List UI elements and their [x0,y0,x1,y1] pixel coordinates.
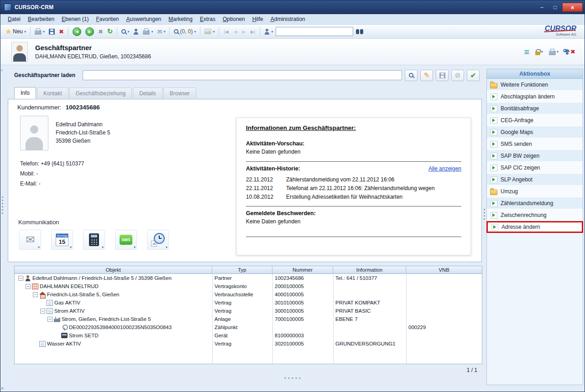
print-list-button[interactable]: ▾ [141,26,154,37]
menu-item[interactable]: Administration [267,15,309,24]
table-row[interactable]: DAHLMANN EDELTRUD Vertragskonto 20001000… [15,282,482,290]
action-item[interactable]: Weitere Funktionen [487,79,583,91]
cancel-button[interactable]: ⊘ [451,70,464,81]
confirm-button[interactable]: ✔ [467,70,480,81]
table-row[interactable]: Edeltrud Dahlmann / Friedrich-List-Straß… [15,274,482,282]
menu-item[interactable]: Datei [4,15,24,24]
menu-icon[interactable]: ≡ [524,48,529,56]
action-item[interactable]: SAP CIC zeigen [487,162,583,174]
column-header[interactable]: Objekt [15,266,212,273]
tree-expander-icon[interactable] [33,292,38,297]
action-item[interactable]: Abschlagsplan ändern [487,91,583,103]
action-item[interactable]: Bonitätsabfrage [487,103,583,114]
reminder-action-button[interactable]: 15 ▾ [147,230,169,250]
nav-next-button[interactable]: ▶ [240,29,247,34]
menu-item[interactable]: Auswertungen [123,15,165,24]
email-action-button[interactable]: ✉▾ [19,230,41,250]
find-button[interactable] [355,26,365,37]
collapse-left-bottom-icon[interactable]: « [1,385,4,391]
cell-typ: Gerät [212,331,272,340]
menu-item[interactable]: Bearbeiten [24,15,58,24]
splitter-handle[interactable] [484,209,485,220]
print-button[interactable]: ▾ [33,26,46,37]
menu-item[interactable]: Marketing [165,15,196,24]
column-header[interactable]: VNB [406,266,482,273]
table-row[interactable]: Gas AKTIV Vertrag 3010100005 PRIVAT KOMP… [15,299,482,307]
tab[interactable]: Kontakt [37,88,68,98]
action-item[interactable]: Umzug [487,186,583,197]
action-item[interactable]: Adresse ändern [486,221,583,233]
action-item[interactable]: SLP Angebot [487,174,583,186]
partner-load-input[interactable] [83,70,402,80]
search-button[interactable] [405,70,418,81]
column-header[interactable]: Nummer [272,266,333,273]
table-row[interactable]: Friedrich-List-Straße 5, Gießen Verbrauc… [15,290,482,299]
table-row[interactable]: Strom SETD Gerät 8100000003 [15,331,482,340]
search-settings-button[interactable]: ▾ [120,26,131,37]
bottom-splitter-handle[interactable] [285,377,301,379]
phone-action-button[interactable]: ▾ [83,230,105,250]
sms-action-button[interactable]: SMS▾ [115,230,137,250]
back-button[interactable]: ◀ [71,26,83,37]
person-search-button[interactable] [132,26,140,37]
close-record-button[interactable]: ✖ [570,48,575,55]
table-row[interactable]: DE0002293539840001000235N5035O0843 Zählp… [15,323,482,331]
save-record-button[interactable] [436,70,449,81]
action-item[interactable]: CEG-Anfrage [487,114,583,126]
image-button[interactable]: ▾ [203,26,216,37]
delete-button[interactable]: ✖ [57,26,65,37]
refresh-button[interactable]: ↻ [106,26,115,37]
column-header[interactable]: Typ [212,266,272,273]
close-button[interactable]: × [562,3,583,12]
check-icon: ✔ [470,71,476,80]
left-collapse-rail[interactable]: ‹ « [0,65,5,392]
tree-expander-icon[interactable] [40,309,45,314]
action-item[interactable]: SMS senden [487,138,583,150]
tab[interactable]: Details [133,88,162,98]
vertical-splitter[interactable] [483,65,486,392]
tab[interactable]: Info [14,87,36,99]
send-mail-button[interactable]: ✉▾ [156,26,167,37]
nav-first-button[interactable]: |◀ [222,29,230,34]
collapse-left-icon[interactable]: ‹ [1,67,3,72]
table-row[interactable]: Wasser AKTIV Vertrag 3020100005 GRUNDVER… [15,340,482,348]
appointment-action-button[interactable]: Sonntag 15 ▾ [51,230,73,250]
tree-expander-icon[interactable] [26,284,31,289]
minimize-button[interactable]: – [536,3,548,12]
action-item[interactable]: Zwischenrechnung [487,209,583,221]
table-row[interactable]: Strom, Gießen, Friedrich-List-Straße 5 A… [15,315,482,323]
tree-expander-icon[interactable] [47,317,52,322]
abort-button[interactable]: ✖ [97,26,104,37]
forward-button[interactable]: ▶ [84,26,95,37]
header-print-button[interactable]: ▾ [549,49,559,55]
column-header[interactable]: Information [333,266,406,273]
table-row[interactable]: Strom AKTIV Vertrag 3000100005 PRIVAT BA… [15,307,482,315]
action-item[interactable]: Zählerstandsmeldung [487,197,583,209]
menu-item[interactable]: Hilfe [249,15,267,24]
maximize-button[interactable]: □ [549,3,561,12]
menu-item[interactable]: Ebenen (1) [58,15,92,24]
person-lookup-button[interactable]: ▾ [263,26,274,37]
left-splitter-handle[interactable] [2,196,3,214]
menu-item[interactable]: Favoriten [92,15,122,24]
tab[interactable]: Geschäftsbeziehung [69,88,132,98]
save-button[interactable] [47,26,56,37]
edit-button[interactable]: ✎ [420,70,433,81]
menu-item[interactable]: Extras [196,15,219,24]
quick-search-input[interactable] [276,27,353,36]
action-item[interactable]: SAP BW zeigen [487,150,583,162]
nav-last-button[interactable]: ▶| [249,29,257,34]
action-item[interactable]: Google Maps [487,126,583,138]
lock-button[interactable]: ▾ [535,49,543,55]
nav-prev-button[interactable]: ◀ [232,29,239,34]
action-icon [490,129,497,135]
toolbar-separator [30,27,31,36]
divider [246,237,461,237]
zoom-button[interactable]: (0, 0)▾ [172,26,197,37]
tree-expander-icon[interactable] [18,276,23,281]
partner-info-panel: Informationen zum Geschäftspartner: Akti… [236,118,471,255]
menu-item[interactable]: Optionen [219,15,249,24]
tab[interactable]: Browser [163,88,196,98]
alle-anzeigen-link[interactable]: Alle anzeigen [428,165,461,172]
new-button[interactable]: Neu▾ [4,26,27,37]
